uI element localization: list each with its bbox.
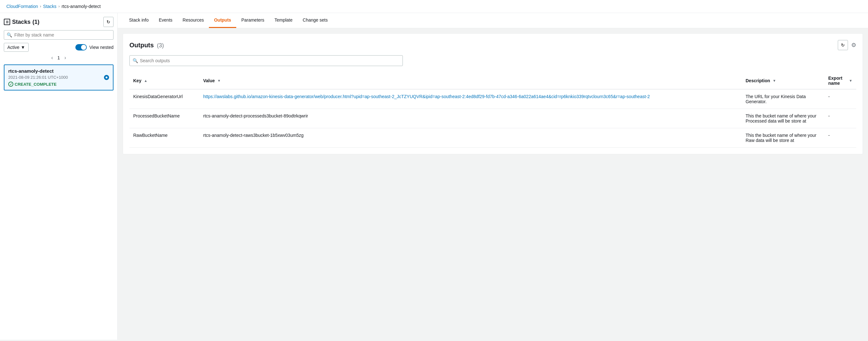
outputs-title: Outputs (3) (129, 42, 164, 49)
col-header-description[interactable]: Description ▼ (742, 72, 825, 89)
search-icon: 🔍 (7, 32, 12, 37)
output-value-cell: https://awslabs.github.io/amazon-kinesis… (199, 89, 742, 109)
breadcrumb: CloudFormation › Stacks › rtcs-anamoly-d… (0, 0, 868, 13)
output-description-cell: This the bucket name of where your Raw d… (742, 128, 825, 148)
desc-sort-icon: ▼ (773, 79, 776, 82)
col-header-export-name[interactable]: Export name ▼ (825, 72, 856, 89)
outputs-title-text: Outputs (129, 42, 154, 48)
value-sort-icon: ▼ (217, 79, 221, 82)
sidebar-title: ☰ Stacks (1) (4, 19, 39, 25)
filter-label: Active (7, 45, 20, 50)
key-sort-icon: ▲ (144, 79, 148, 82)
outputs-table: Key ▲ Value ▼ Descriptio (129, 72, 856, 148)
refresh-icon: ↻ (106, 20, 110, 25)
output-value-cell: rtcs-anamoly-detect-raws3bucket-1b5xwv03… (199, 128, 742, 148)
stack-item[interactable]: rtcs-anamoly-detect 2021-08-09 21:26:01 … (4, 64, 114, 91)
output-key-cell: RawBucketName (129, 128, 199, 148)
breadcrumb-sep-2: › (59, 4, 60, 8)
output-description-cell: This the bucket name of where your Proce… (742, 109, 825, 128)
view-nested-toggle[interactable] (75, 44, 87, 50)
sidebar: ☰ Stacks (1) ↻ 🔍 Active ▼ View nes (0, 13, 118, 340)
outputs-table-body: KinesisDataGeneratorUrlhttps://awslabs.g… (129, 89, 856, 148)
tab-outputs[interactable]: Outputs (209, 13, 236, 28)
outputs-table-header-row: Key ▲ Value ▼ Descriptio (129, 72, 856, 89)
output-description-cell: The URL for your Kinesis Data Generator. (742, 89, 825, 109)
breadcrumb-current: rtcs-anamoly-detect (62, 4, 101, 9)
table-row: RawBucketNamertcs-anamoly-detect-raws3bu… (129, 128, 856, 148)
pagination-prev-button[interactable]: ‹ (49, 54, 55, 61)
pagination-current: 1 (58, 55, 60, 60)
output-search-input[interactable] (129, 55, 403, 66)
view-nested-label: View nested (89, 45, 114, 50)
stack-search-box: 🔍 (4, 30, 114, 40)
tab-events[interactable]: Events (154, 13, 178, 28)
table-row: KinesisDataGeneratorUrlhttps://awslabs.g… (129, 89, 856, 109)
breadcrumb-cloudformation[interactable]: CloudFormation (6, 4, 38, 9)
col-header-value[interactable]: Value ▼ (199, 72, 742, 89)
output-key-cell: ProcessedBucketName (129, 109, 199, 128)
chevron-down-icon: ▼ (21, 45, 25, 50)
sidebar-header: ☰ Stacks (1) ↻ (4, 17, 114, 27)
stack-status: ✓ CREATE_COMPLETE (8, 81, 109, 87)
output-value-cell: rtcs-anamoly-detect-processeds3bucket-89… (199, 109, 742, 128)
stack-search-input[interactable] (4, 30, 114, 40)
sidebar-title-text: Stacks (12, 19, 31, 25)
sidebar-pagination: ‹ 1 › (4, 54, 114, 61)
main-content: Stack info Events Resources Outputs Para… (118, 13, 868, 340)
output-value-link[interactable]: https://awslabs.github.io/amazon-kinesis… (203, 94, 650, 99)
stack-item-date: 2021-08-09 21:26:01 UTC+1000 (8, 75, 109, 80)
outputs-table-head: Key ▲ Value ▼ Descriptio (129, 72, 856, 89)
pagination-next-button[interactable]: › (62, 54, 68, 61)
tabs: Stack info Events Resources Outputs Para… (118, 13, 868, 28)
stack-status-label: CREATE_COMPLETE (14, 82, 57, 87)
table-row: ProcessedBucketNamertcs-anamoly-detect-p… (129, 109, 856, 128)
output-export-name-cell: - (825, 109, 856, 128)
stack-radio (104, 75, 109, 80)
sidebar-count: (1) (32, 19, 39, 25)
main-layout: ☰ Stacks (1) ↻ 🔍 Active ▼ View nes (0, 13, 868, 340)
stacks-icon: ☰ (4, 19, 10, 25)
output-key-cell: KinesisDataGeneratorUrl (129, 89, 199, 109)
output-export-name-cell: - (825, 89, 856, 109)
breadcrumb-stacks[interactable]: Stacks (43, 4, 57, 9)
toggle-slider (75, 44, 87, 50)
tab-template[interactable]: Template (269, 13, 298, 28)
stack-item-name: rtcs-anamoly-detect (8, 68, 109, 74)
output-export-name-cell: - (825, 128, 856, 148)
outputs-refresh-button[interactable]: ↻ (838, 40, 848, 50)
outputs-count: (3) (157, 42, 164, 48)
outputs-panel: Outputs (3) ↻ ⚙ 🔍 (123, 33, 863, 154)
status-check-icon: ✓ (8, 81, 13, 87)
panel-header: Outputs (3) ↻ ⚙ (129, 40, 856, 50)
tab-stack-info[interactable]: Stack info (124, 13, 154, 28)
export-sort-icon: ▼ (849, 79, 852, 82)
refresh-icon-outputs: ↻ (841, 42, 845, 47)
active-filter-dropdown[interactable]: Active ▼ (4, 43, 29, 52)
col-header-key[interactable]: Key ▲ (129, 72, 199, 89)
filter-row: Active ▼ View nested (4, 43, 114, 52)
stack-radio-inner (105, 76, 107, 78)
gear-icon[interactable]: ⚙ (851, 42, 856, 48)
breadcrumb-sep-1: › (40, 4, 41, 8)
view-nested-toggle-row: View nested (75, 44, 114, 50)
output-search: 🔍 (129, 55, 856, 66)
tab-change-sets[interactable]: Change sets (298, 13, 333, 28)
sidebar-refresh-button[interactable]: ↻ (103, 17, 114, 27)
tab-resources[interactable]: Resources (178, 13, 209, 28)
output-search-icon: 🔍 (132, 58, 138, 63)
panel-actions: ↻ ⚙ (838, 40, 856, 50)
tab-parameters[interactable]: Parameters (236, 13, 269, 28)
